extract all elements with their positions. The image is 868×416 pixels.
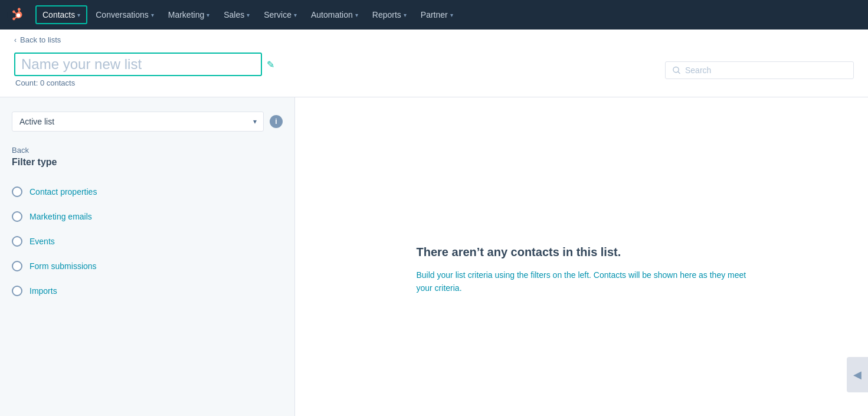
subheader: ‹ Back to lists ✎ Count: 0 contacts bbox=[0, 30, 868, 97]
list-type-select-wrapper: Active list Static list ▾ bbox=[12, 112, 264, 132]
list-type-select[interactable]: Active list Static list bbox=[12, 112, 264, 132]
filter-option-marketing-emails[interactable]: Marketing emails bbox=[12, 204, 283, 229]
chevron-down-icon: ▾ bbox=[450, 12, 453, 18]
chevron-down-icon: ▾ bbox=[294, 12, 297, 18]
chevron-down-icon: ▾ bbox=[404, 12, 407, 18]
nav-service[interactable]: Service ▾ bbox=[258, 6, 303, 23]
empty-state-description: Build your list criteria using the filte… bbox=[417, 268, 747, 295]
filter-option-events[interactable]: Events bbox=[12, 229, 283, 254]
filter-option-contact-properties[interactable]: Contact properties bbox=[12, 179, 283, 204]
nav-sales[interactable]: Sales ▾ bbox=[218, 6, 256, 23]
chevron-down-icon: ▾ bbox=[355, 12, 358, 18]
nav-partner[interactable]: Partner ▾ bbox=[415, 6, 459, 23]
list-title-block: ✎ Count: 0 contacts bbox=[14, 53, 274, 87]
info-icon[interactable]: i bbox=[270, 115, 283, 128]
filter-section: Back Filter type Contact properties Mark… bbox=[12, 146, 283, 303]
search-box bbox=[665, 61, 854, 79]
nav-automation[interactable]: Automation ▾ bbox=[305, 6, 364, 23]
chevron-down-icon: ▾ bbox=[77, 12, 80, 18]
chevron-down-icon: ▾ bbox=[247, 12, 250, 18]
svg-point-1 bbox=[17, 14, 20, 17]
back-chevron-icon: ‹ bbox=[14, 36, 17, 44]
nav-contacts[interactable]: Contacts ▾ bbox=[35, 5, 87, 24]
filter-radio-events[interactable] bbox=[12, 236, 22, 247]
left-panel: Active list Static list ▾ i Back Filter … bbox=[0, 97, 295, 416]
nav-reports[interactable]: Reports ▾ bbox=[366, 6, 412, 23]
list-header: ✎ Count: 0 contacts bbox=[14, 48, 854, 97]
filter-back-link[interactable]: Back bbox=[12, 146, 283, 155]
scroll-arrow[interactable]: ◀ bbox=[847, 357, 868, 392]
list-name-input[interactable] bbox=[14, 53, 262, 76]
search-icon bbox=[673, 66, 680, 74]
main-layout: Active list Static list ▾ i Back Filter … bbox=[0, 97, 868, 416]
filter-type-title: Filter type bbox=[12, 157, 283, 168]
hubspot-logo bbox=[7, 4, 28, 25]
right-panel: There aren’t any contacts in this list. … bbox=[295, 97, 868, 416]
filter-radio-marketing-emails[interactable] bbox=[12, 211, 22, 222]
list-name-wrapper: ✎ bbox=[14, 53, 274, 76]
filter-radio-imports[interactable] bbox=[12, 286, 22, 296]
list-type-row: Active list Static list ▾ i bbox=[12, 112, 283, 132]
filter-option-imports[interactable]: Imports bbox=[12, 279, 283, 303]
empty-state-title: There aren’t any contacts in this list. bbox=[417, 245, 747, 259]
filter-radio-form-submissions[interactable] bbox=[12, 261, 22, 271]
top-navigation: Contacts ▾ Conversations ▾ Marketing ▾ S… bbox=[0, 0, 868, 30]
back-to-lists-link[interactable]: ‹ Back to lists bbox=[14, 30, 61, 48]
arrow-left-icon: ◀ bbox=[853, 368, 862, 381]
list-count: Count: 0 contacts bbox=[14, 78, 274, 87]
nav-marketing[interactable]: Marketing ▾ bbox=[162, 6, 215, 23]
chevron-down-icon: ▾ bbox=[151, 12, 154, 18]
search-input[interactable] bbox=[685, 65, 846, 75]
nav-conversations[interactable]: Conversations ▾ bbox=[90, 6, 160, 23]
edit-icon[interactable]: ✎ bbox=[267, 59, 274, 70]
svg-line-3 bbox=[678, 71, 680, 73]
chevron-down-icon: ▾ bbox=[207, 12, 209, 18]
filter-option-form-submissions[interactable]: Form submissions bbox=[12, 254, 283, 279]
filter-radio-contact-properties[interactable] bbox=[12, 186, 22, 197]
empty-state: There aren’t any contacts in this list. … bbox=[417, 245, 747, 295]
